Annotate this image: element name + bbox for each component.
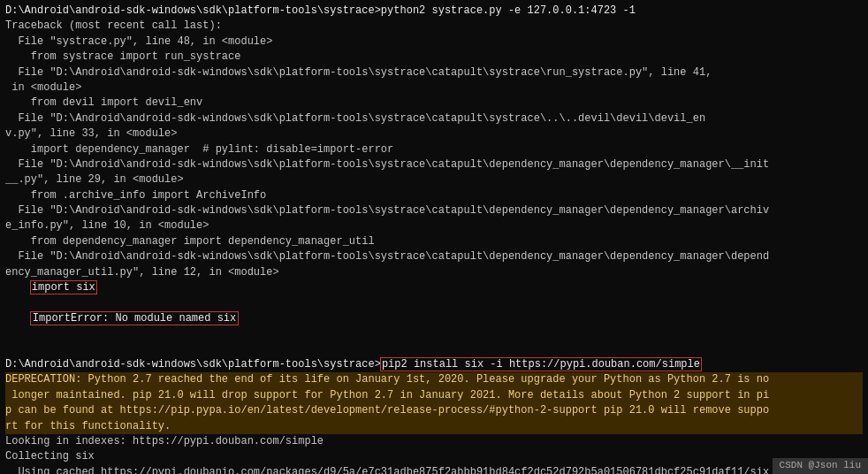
line-3: File "systrace.py", line 48, in <module> [5,34,863,50]
line-15-import-error: ImportError: No module named six [5,295,863,341]
line-13b: ency_manager_util.py", line 12, in <modu… [5,265,863,280]
line-5: File "D:\Android\android-sdk-windows\sdk… [5,65,863,80]
line-14: import six [5,280,863,295]
terminal-window: D:\Android\android-sdk-windows\sdk\platf… [0,0,868,474]
line-2: Traceback (most recent call last): [5,19,863,34]
line-11b: e_info.py", line 10, in <module> [5,218,863,233]
line-11: File "D:\Android\android-sdk-windows\sdk… [5,203,863,218]
bottom-bar-text: CSDN @Json liu [780,460,861,470]
line-1: D:\Android\android-sdk-windows\sdk\platf… [5,4,863,19]
line-5b: in <module> [5,80,863,96]
line-9b: __.py", line 29, in <module> [5,172,863,187]
line-9: File "D:\Android\android-sdk-windows\sdk… [5,157,863,172]
line-deprecated-3: p can be found at https://pip.pypa.io/en… [5,403,863,418]
line-6: from devil import devil_env [5,96,863,111]
line-collecting: Collecting six [5,449,863,464]
line-using-cached: Using cached https://pypi.doubanio.com/p… [5,465,863,474]
line-blank [5,342,863,357]
line-7b: v.py", line 33, in <module> [5,126,863,141]
line-deprecated-2: longer maintained. pip 21.0 will drop su… [5,388,863,403]
bottom-status-bar: CSDN @Json liu [773,458,868,474]
line-deprecated-1: DEPRECATION: Python 2.7 reached the end … [5,372,863,387]
line-looking: Looking in indexes: https://pypi.douban.… [5,434,863,449]
line-13: File "D:\Android\android-sdk-windows\sdk… [5,249,863,264]
line-10: from .archive_info import ArchiveInfo [5,188,863,203]
line-4: from systrace import run_systrace [5,50,863,65]
line-pip-cmd: D:\Android\android-sdk-windows\sdk\platf… [5,357,863,372]
line-12: from dependency_manager import dependenc… [5,234,863,249]
line-8: import dependency_manager # pylint: disa… [5,142,863,157]
line-deprecated-4: rt for this functionality. [5,419,863,434]
line-7: File "D:\Android\android-sdk-windows\sdk… [5,111,863,126]
